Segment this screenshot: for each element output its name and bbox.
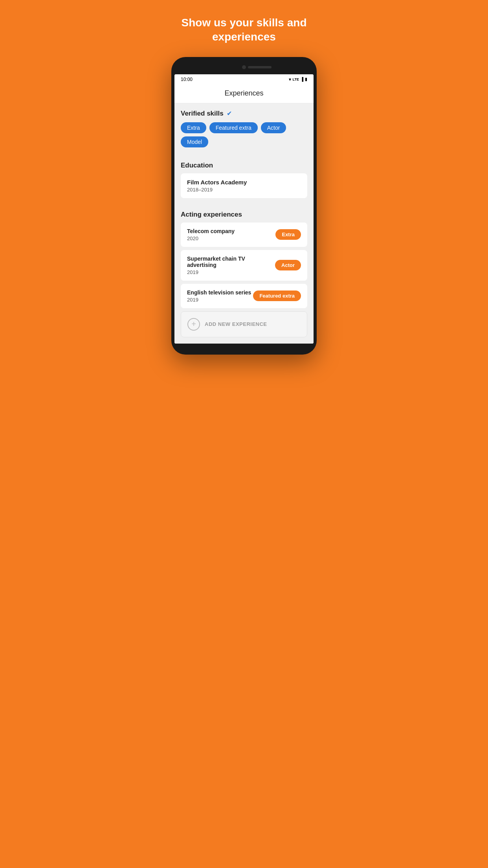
phone-screen: 10:00 ▾ LTE ▐ ▮ Experiences Verified ski…: [174, 74, 314, 344]
experience-info-1: Supermarket chain TV advertising 2019: [187, 256, 275, 275]
acting-experiences-section: Acting experiences Telecom company 2020 …: [174, 204, 314, 344]
education-years: 2018–2019: [187, 187, 301, 193]
experience-company-0: Telecom company: [187, 228, 235, 234]
experience-tag-2: Featured extra: [253, 291, 301, 301]
experience-info-2: English television series 2019: [187, 289, 251, 303]
app-header: Experiences: [174, 85, 314, 103]
verified-skills-section: Verified skills ✔ Extra Featured extra A…: [174, 103, 314, 155]
skill-chip-featured-extra[interactable]: Featured extra: [209, 122, 258, 133]
experience-info-0: Telecom company 2020: [187, 228, 235, 241]
add-icon: +: [187, 318, 200, 331]
phone-top-bezel: [174, 60, 314, 74]
skill-chip-extra[interactable]: Extra: [181, 122, 206, 133]
experience-year-0: 2020: [187, 235, 235, 241]
app-title: Experiences: [224, 89, 263, 97]
experience-card-1: Supermarket chain TV advertising 2019 Ac…: [181, 250, 307, 281]
skill-chip-actor[interactable]: Actor: [261, 122, 286, 133]
outer-container: Show us your skills and experiences 10:0…: [163, 0, 325, 370]
experience-company-2: English television series: [187, 289, 251, 296]
experience-tag-1: Actor: [275, 260, 301, 270]
phone-device: 10:00 ▾ LTE ▐ ▮ Experiences Verified ski…: [171, 57, 317, 355]
add-new-experience-card[interactable]: + ADD NEW EXPERIENCE: [181, 311, 307, 337]
page-headline: Show us your skills and experiences: [163, 16, 325, 44]
phone-camera: [242, 65, 246, 69]
experience-card-2: English television series 2019 Featured …: [181, 284, 307, 308]
skills-chips-row: Extra Featured extra Actor Model: [181, 122, 307, 147]
education-section: Education Film Actors Academy 2018–2019: [174, 155, 314, 204]
acting-experiences-title: Acting experiences: [181, 211, 307, 219]
verified-title-row: Verified skills ✔: [181, 110, 307, 118]
wifi-icon: ▾: [289, 77, 291, 82]
education-institution: Film Actors Academy: [187, 179, 301, 186]
status-bar: 10:00 ▾ LTE ▐ ▮: [174, 74, 314, 85]
status-icons: ▾ LTE ▐ ▮: [289, 77, 307, 82]
battery-icon: ▮: [305, 77, 307, 82]
status-time: 10:00: [181, 77, 193, 82]
verified-badge-icon: ✔: [227, 110, 232, 117]
lte-text: LTE: [293, 77, 299, 81]
experience-year-2: 2019: [187, 297, 251, 303]
experience-year-1: 2019: [187, 269, 275, 275]
add-new-label: ADD NEW EXPERIENCE: [205, 321, 267, 327]
education-card-0: Film Actors Academy 2018–2019: [181, 173, 307, 198]
signal-icon: ▐: [301, 77, 303, 81]
experience-tag-0: Extra: [275, 229, 301, 240]
verified-skills-label: Verified skills: [181, 110, 224, 118]
skill-chip-model[interactable]: Model: [181, 136, 208, 147]
experience-card-0: Telecom company 2020 Extra: [181, 223, 307, 247]
screen-content: Verified skills ✔ Extra Featured extra A…: [174, 103, 314, 344]
phone-bottom-bezel: [174, 344, 314, 351]
phone-speaker: [248, 66, 272, 68]
experience-company-1: Supermarket chain TV advertising: [187, 256, 275, 268]
education-section-title: Education: [181, 162, 307, 169]
